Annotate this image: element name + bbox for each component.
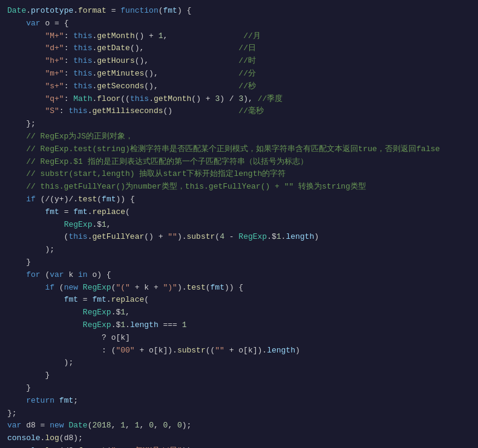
code-line: (this.getFullYear() + "").substr(4 - Reg… — [7, 231, 471, 244]
code-line: RegExp.$1, — [7, 219, 471, 232]
code-line: if (/(y+)/.test(fmt)) { — [7, 193, 471, 206]
code-line: RegExp.$1, — [7, 307, 471, 319]
code-line: }; — [7, 118, 471, 131]
code-line: fmt = fmt.replace( — [7, 294, 471, 307]
code-line: return fmt; — [7, 395, 471, 407]
code-line: } — [7, 382, 471, 395]
code-line: fmt = fmt.replace( — [7, 206, 471, 219]
code-line: ? o[k] — [7, 332, 471, 345]
code-line: console.log(d8.format("yyyy年MM月dd日")); — [7, 445, 471, 448]
code-line: var d8 = new Date(2018, 1, 1, 0, 0, 0); — [7, 420, 471, 432]
code-line: "m+": this.getMinutes(), //分 — [7, 68, 471, 80]
code-line: RegExp.$1.length === 1 — [7, 319, 471, 332]
code-line: "h+": this.getHours(), //时 — [7, 55, 471, 68]
code-line: // RegExp.$1 指的是正则表达式匹配的第一个子匹配字符串（以括号为标志… — [7, 156, 471, 169]
code-line: "M+": this.getMonth() + 1, //月 — [7, 30, 471, 43]
code-line: var o = { — [7, 18, 471, 30]
code-line: // RegExp.test(string)检测字符串是否匹配某个正则模式，如果… — [7, 143, 471, 156]
code-line: "q+": Math.floor((this.getMonth() + 3) /… — [7, 93, 471, 106]
code-line: if (new RegExp("(" + k + ")").test(fmt))… — [7, 282, 471, 294]
code-line: // substr(start,length) 抽取从start下标开始指定le… — [7, 168, 471, 181]
code-line: ); — [7, 244, 471, 256]
code-line: } — [7, 256, 471, 269]
code-token: Date — [7, 5, 26, 18]
code-line: "d+": this.getDate(), //日 — [7, 42, 471, 55]
code-line: for (var k in o) { — [7, 269, 471, 282]
code-line: "s+": this.getSeconds(), //秒 — [7, 80, 471, 93]
code-line: }; — [7, 407, 471, 420]
code-line: // RegExp为JS的正则对象， — [7, 131, 471, 143]
code-line: : ("00" + o[k]).substr(("" + o[k]).lengt… — [7, 345, 471, 357]
code-line: Date.prototype.format = function(fmt) { — [7, 5, 471, 18]
code-line: } — [7, 369, 471, 382]
code-line: console.log(d8); — [7, 432, 471, 445]
code-line: // this.getFullYear()为number类型，this.getF… — [7, 181, 471, 193]
code-line: ); — [7, 357, 471, 369]
code-editor: Date.prototype.format = function(fmt) { … — [0, 0, 478, 448]
code-line: "S": this.getMilliseconds() //毫秒 — [7, 105, 471, 118]
